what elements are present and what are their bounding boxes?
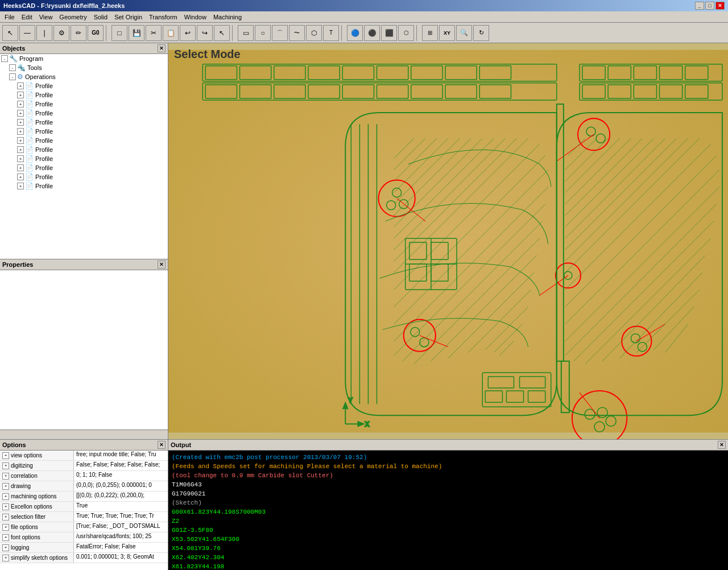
line-tool-btn[interactable]: —	[19, 25, 35, 41]
options-row-5[interactable]: + Excellon options True	[0, 502, 168, 512]
options-row-0[interactable]: + view options free; input mode title; F…	[0, 451, 168, 461]
menu-item-set-origin[interactable]: Set Origin	[111, 13, 146, 22]
opt-expand-1[interactable]: +	[2, 462, 9, 469]
options-row-2[interactable]: + correlation 0; 1; 10; False	[0, 471, 168, 481]
options-row-7[interactable]: + file options [True; False; _DOT_ DOTSM…	[0, 522, 168, 532]
tree-profile-8[interactable]: + 📄 Profile	[0, 145, 168, 154]
menu-item-machining[interactable]: Machining	[210, 13, 245, 22]
tree-profile-2[interactable]: + 📄 Profile	[0, 90, 168, 100]
profile1-expand[interactable]: +	[17, 82, 24, 89]
profile4-expand[interactable]: +	[17, 110, 24, 117]
profile11-expand[interactable]: +	[17, 174, 24, 180]
paste-btn[interactable]: 📋	[163, 25, 179, 41]
tree-profile-11[interactable]: + 📄 Profile	[0, 172, 168, 181]
profile6-expand[interactable]: +	[17, 128, 24, 135]
solid-btn[interactable]: ⬡	[398, 25, 414, 41]
tree-profile-9[interactable]: + 📄 Profile	[0, 154, 168, 163]
opt-expand-9[interactable]: +	[2, 544, 9, 551]
menu-item-geometry[interactable]: Geometry	[56, 13, 90, 22]
zoom-fit-btn[interactable]: ⊞	[422, 25, 438, 41]
menu-item-view[interactable]: View	[36, 13, 56, 22]
zoom-xy-btn[interactable]: XY	[439, 25, 455, 41]
spline-btn[interactable]: 〜	[289, 25, 305, 41]
options-close-btn[interactable]: ✕	[158, 441, 166, 449]
objects-tree[interactable]: - 🔧 Program - 🔩 Tools - ⚙ Operations	[0, 54, 168, 259]
menu-item-transform[interactable]: Transform	[146, 13, 181, 22]
edit-btn[interactable]: ✏	[71, 25, 86, 41]
polygon-btn[interactable]: ⬡	[306, 25, 322, 41]
undo-btn[interactable]: ↩	[180, 25, 196, 41]
options-row-9[interactable]: + logging FatalError; False; False	[0, 543, 168, 553]
profile12-expand[interactable]: +	[17, 183, 24, 189]
new-btn[interactable]: □	[111, 25, 127, 41]
menu-item-file[interactable]: File	[1, 13, 18, 22]
menu-item-edit[interactable]: Edit	[18, 13, 36, 22]
tree-profile-6[interactable]: + 📄 Profile	[0, 127, 168, 136]
arc-btn[interactable]: ⌒	[272, 25, 288, 41]
tree-profile-12[interactable]: + 📄 Profile	[0, 181, 168, 191]
vert-line-btn[interactable]: |	[36, 25, 52, 41]
profile3-expand[interactable]: +	[17, 101, 24, 108]
save-btn[interactable]: 💾	[129, 25, 144, 41]
cad-canvas[interactable]: Y X	[168, 43, 728, 439]
settings-btn[interactable]: ⚙	[53, 25, 69, 41]
profile2-expand[interactable]: +	[17, 92, 24, 98]
options-row-4[interactable]: + machining options [[(0,0); (0,0,222); …	[0, 491, 168, 502]
window-controls[interactable]: _ □ ✕	[695, 2, 725, 10]
tree-profile-5[interactable]: + 📄 Profile	[0, 118, 168, 127]
minimize-button[interactable]: _	[695, 2, 704, 10]
rect-btn[interactable]: ▭	[238, 25, 254, 41]
text-btn[interactable]: T	[323, 25, 339, 41]
profile10-expand[interactable]: +	[17, 164, 24, 171]
operations-expand[interactable]: -	[9, 73, 16, 80]
options-row-1[interactable]: + digitizing False; False; False; False;…	[0, 461, 168, 471]
tree-program[interactable]: - 🔧 Program	[0, 54, 168, 63]
opt-expand-3[interactable]: +	[2, 483, 9, 490]
sphere-btn[interactable]: ⚫	[364, 25, 380, 41]
rotate-btn[interactable]: ↻	[473, 25, 489, 41]
options-row-10[interactable]: + simplify sketch options 0.001; 0.00000…	[0, 553, 168, 563]
opt-expand-7[interactable]: +	[2, 524, 9, 531]
program-expand[interactable]: -	[1, 55, 8, 62]
opt-expand-0[interactable]: +	[2, 452, 9, 459]
g0-btn[interactable]: G0	[88, 25, 104, 41]
menu-item-window[interactable]: Window	[181, 13, 210, 22]
properties-close-btn[interactable]: ✕	[158, 261, 166, 269]
box-btn[interactable]: ⬛	[381, 25, 397, 41]
close-button[interactable]: ✕	[715, 2, 725, 10]
output-close-btn[interactable]: ✕	[718, 441, 726, 449]
opt-expand-4[interactable]: +	[2, 493, 9, 500]
opt-expand-8[interactable]: +	[2, 534, 9, 541]
maximize-button[interactable]: □	[705, 2, 714, 10]
menu-item-solid[interactable]: Solid	[90, 13, 111, 22]
opt-expand-10[interactable]: +	[2, 555, 9, 561]
select-tool-btn[interactable]: ↖	[2, 25, 18, 41]
tree-profile-3[interactable]: + 📄 Profile	[0, 100, 168, 109]
output-content[interactable]: (Created with emc2b post processor 2013/…	[168, 451, 728, 570]
canvas-area[interactable]: Select Mode	[168, 43, 728, 439]
options-row-8[interactable]: + font options /usr/share/qcad/fonts; 10…	[0, 532, 168, 543]
profile8-expand[interactable]: +	[17, 146, 24, 153]
redo-btn[interactable]: ↪	[197, 25, 213, 41]
options-row-6[interactable]: + selection filter True; True; True; Tru…	[0, 512, 168, 522]
profile7-expand[interactable]: +	[17, 137, 24, 144]
pointer-btn[interactable]: ↖	[214, 25, 230, 41]
tree-operations[interactable]: - ⚙ Operations	[0, 72, 168, 81]
tree-profile-7[interactable]: + 📄 Profile	[0, 136, 168, 145]
tree-tools[interactable]: - 🔩 Tools	[0, 63, 168, 72]
options-row-3[interactable]: + drawing (0,0,0); (0,0,255); 0.000001; …	[0, 481, 168, 491]
objects-close-btn[interactable]: ✕	[158, 44, 166, 52]
opt-expand-2[interactable]: +	[2, 473, 9, 480]
zoom-btn[interactable]: 🔍	[456, 25, 472, 41]
cut-btn[interactable]: ✂	[146, 25, 162, 41]
tools-expand[interactable]: -	[9, 64, 16, 71]
opt-expand-6[interactable]: +	[2, 514, 9, 521]
tree-profile-10[interactable]: + 📄 Profile	[0, 163, 168, 172]
profile5-expand[interactable]: +	[17, 119, 24, 126]
opt-expand-5[interactable]: +	[2, 503, 9, 510]
circle-btn[interactable]: ○	[255, 25, 271, 41]
profile9-expand[interactable]: +	[17, 155, 24, 162]
cylinder-btn[interactable]: 🔵	[347, 25, 363, 41]
tree-profile-1[interactable]: + 📄 Profile	[0, 81, 168, 90]
tree-profile-4[interactable]: + 📄 Profile	[0, 109, 168, 118]
